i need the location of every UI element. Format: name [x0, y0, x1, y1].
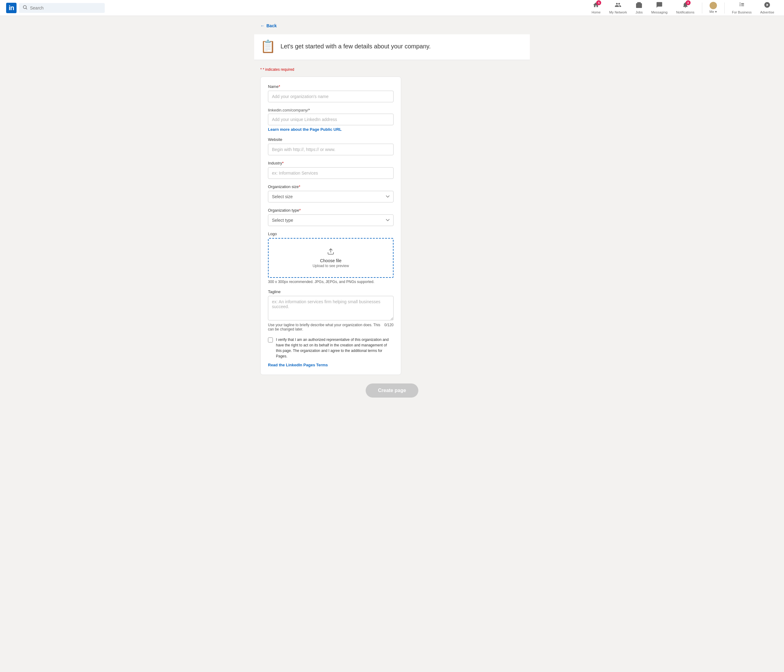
- nav-item-network[interactable]: My Network: [605, 0, 631, 15]
- jobs-label: Jobs: [635, 11, 642, 14]
- advertise-icon: [764, 2, 770, 10]
- search-bar[interactable]: [19, 3, 105, 13]
- back-link[interactable]: ← Back: [260, 23, 524, 28]
- nav-item-advertise[interactable]: Advertise: [756, 0, 778, 15]
- company-icon: 📋: [260, 39, 275, 54]
- pages-terms-link[interactable]: Read the LinkedIn Pages Terms: [268, 362, 394, 367]
- nav-item-me[interactable]: Me ▾: [706, 1, 720, 15]
- org-type-group: Organization type* Select type Public Co…: [268, 208, 394, 226]
- nav-item-jobs[interactable]: Jobs: [632, 0, 646, 15]
- navbar: in 5 Home My Network Jobs: [0, 0, 784, 16]
- for-business-label: For Business: [732, 11, 751, 14]
- messaging-icon: [656, 2, 663, 10]
- url-prefix-label: linkedin.com/company/*: [268, 108, 394, 112]
- form-card: Name* linkedin.com/company/* Learn more …: [260, 76, 401, 375]
- me-label: Me ▾: [709, 10, 717, 14]
- tagline-hint: Use your tagline to briefly describe wha…: [268, 323, 381, 331]
- avatar: [709, 2, 717, 9]
- create-page-button[interactable]: Create page: [366, 383, 418, 398]
- name-input[interactable]: [268, 91, 394, 102]
- jobs-icon: [636, 2, 642, 10]
- home-badge: 5: [596, 0, 601, 5]
- logo-group: Logo Choose file Upload to see preview 3…: [268, 232, 394, 284]
- page-header: 📋 Let's get started with a few details a…: [254, 34, 530, 60]
- back-arrow-icon: ←: [260, 23, 264, 28]
- search-icon: [23, 5, 28, 11]
- submit-area: Create page: [260, 383, 524, 410]
- org-size-select[interactable]: Select size 0-1 employees 2-10 employees…: [268, 191, 394, 202]
- home-icon: 5: [593, 2, 599, 10]
- industry-group: Industry*: [268, 161, 394, 179]
- logo-hint: 300 x 300px recommended. JPGs, JEPGs, an…: [268, 280, 394, 284]
- svg-line-1: [26, 8, 27, 9]
- website-label: Website: [268, 137, 394, 142]
- required-note: * * indicates required: [260, 67, 524, 72]
- upload-label: Choose file: [278, 258, 384, 263]
- tagline-footer: Use your tagline to briefly describe wha…: [268, 323, 394, 331]
- network-label: My Network: [609, 11, 627, 14]
- upload-icon: [278, 248, 384, 257]
- advertise-label: Advertise: [760, 11, 774, 14]
- notifications-badge: 3: [686, 0, 691, 5]
- main-nav: 5 Home My Network Jobs Messaging 3: [588, 0, 778, 15]
- page-title: Let's get started with a few details abo…: [280, 43, 431, 50]
- org-size-group: Organization size* Select size 0-1 emplo…: [268, 184, 394, 202]
- name-group: Name*: [268, 84, 394, 102]
- org-size-label: Organization size*: [268, 184, 394, 189]
- tagline-group: Tagline Use your tagline to briefly desc…: [268, 289, 394, 331]
- home-label: Home: [592, 11, 600, 14]
- tagline-input[interactable]: [268, 296, 394, 320]
- upload-sublabel: Upload to see preview: [278, 264, 384, 268]
- nav-divider: [702, 2, 702, 14]
- industry-input[interactable]: [268, 167, 394, 179]
- verify-checkbox[interactable]: [268, 338, 273, 342]
- nav-divider-2: [724, 2, 725, 14]
- page-content: ← Back 📋 Let's get started with a few de…: [254, 16, 530, 417]
- industry-label: Industry*: [268, 161, 394, 165]
- linkedin-logo[interactable]: in: [6, 3, 17, 13]
- search-input[interactable]: [30, 6, 101, 11]
- logo-label: Logo: [268, 232, 394, 236]
- name-label: Name*: [268, 84, 394, 89]
- tagline-label: Tagline: [268, 289, 394, 294]
- back-label: Back: [266, 23, 277, 28]
- org-type-select[interactable]: Select type Public Company Self-Employed…: [268, 215, 394, 226]
- website-group: Website: [268, 137, 394, 155]
- notifications-label: Notifications: [676, 11, 695, 14]
- logo-upload-area[interactable]: Choose file Upload to see preview: [268, 238, 394, 278]
- learn-more-link[interactable]: Learn more about the Page Public URL: [268, 127, 394, 132]
- verify-checkbox-group: I verify that I am an authorized represe…: [268, 337, 394, 359]
- url-group: linkedin.com/company/* Learn more about …: [268, 108, 394, 132]
- url-input[interactable]: [268, 114, 394, 125]
- nav-item-home[interactable]: 5 Home: [588, 0, 604, 15]
- notifications-icon: 3: [682, 2, 689, 10]
- char-count: 0/120: [384, 323, 394, 327]
- network-icon: [614, 2, 621, 10]
- messaging-label: Messaging: [651, 11, 667, 14]
- verify-label: I verify that I am an authorized represe…: [276, 337, 394, 359]
- website-input[interactable]: [268, 144, 394, 155]
- nav-item-for-business[interactable]: For Business: [728, 0, 755, 15]
- for-business-icon: [738, 2, 745, 10]
- nav-item-messaging[interactable]: Messaging: [647, 0, 671, 15]
- nav-item-notifications[interactable]: 3 Notifications: [672, 0, 698, 15]
- org-type-label: Organization type*: [268, 208, 394, 213]
